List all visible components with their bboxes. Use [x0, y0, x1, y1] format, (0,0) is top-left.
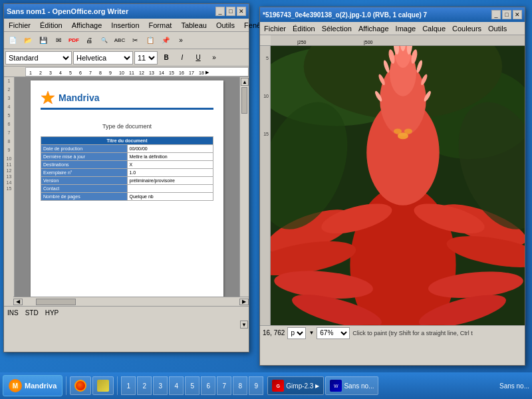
oo-open-button[interactable]: 📂 — [21, 33, 35, 48]
oo-h-scrollbar[interactable]: ◀ ▶ — [13, 297, 249, 306]
oo-menu-outils[interactable]: Outils — [214, 21, 237, 29]
taskbar-num-2[interactable]: 2 — [137, 376, 152, 395]
oo-menu-affichage[interactable]: Affichage — [70, 21, 104, 29]
doc-row-value: 00/00/00 — [127, 145, 213, 153]
svg-point-30 — [394, 128, 402, 134]
oo-style-select[interactable]: Standard — [5, 51, 72, 65]
oo-menu-edition[interactable]: Édition — [38, 21, 65, 29]
gimp-unit-select[interactable]: px — [287, 327, 306, 339]
gimp-menu-image[interactable]: Image — [394, 25, 418, 33]
oo-copy-button[interactable]: 📋 — [143, 33, 158, 48]
gimp-maximize-button[interactable]: □ — [502, 10, 511, 19]
oo-italic-button[interactable]: I — [175, 51, 190, 65]
oo-menu-tableau[interactable]: Tableau — [179, 21, 209, 29]
gimp-close-button[interactable]: ✕ — [513, 10, 522, 19]
gimp-menu-selection[interactable]: Sélection — [321, 25, 353, 33]
taskbar-num-5[interactable]: 5 — [185, 376, 200, 395]
gimp-taskbar-label: Gimp-2.3 — [286, 382, 313, 390]
oo-cut-button[interactable]: ✂ — [128, 33, 142, 48]
oo-new-button[interactable]: 📄 — [5, 33, 20, 48]
start-label: Mandriva — [25, 382, 57, 390]
oo-status-hyp: HYP — [45, 309, 59, 317]
oo-menu-fichier[interactable]: Fichier — [7, 21, 33, 29]
gimp-coordinates: 16, 762 — [263, 329, 285, 336]
oo-print-button[interactable]: 🖨 — [82, 33, 96, 48]
taskbar-num-8[interactable]: 8 — [233, 376, 247, 395]
oo-maximize-button[interactable]: □ — [226, 7, 235, 16]
doc-row-value: 1.0 — [127, 169, 213, 177]
doc-row-label: Version — [41, 177, 128, 185]
gimp-menu-fichier[interactable]: Fichier — [263, 25, 287, 33]
oo-menu-insertion[interactable]: Insertion — [109, 21, 141, 29]
gimp-main-area: 5 10 15 — [260, 46, 525, 325]
gimp-menu-couleurs[interactable]: Couleurs — [451, 25, 483, 33]
oo-save-button[interactable]: 💾 — [36, 33, 51, 48]
gimp-image-content — [271, 46, 525, 325]
oo-menubar: Fichier Édition Affichage Insertion Form… — [4, 19, 249, 32]
taskbar-sansnom-button[interactable]: W Sans no... — [325, 376, 378, 395]
taskbar-num-7[interactable]: 7 — [217, 376, 231, 395]
oo-title: Sans nom1 - OpenOffice.org Writer — [7, 7, 128, 15]
gimp-canvas[interactable] — [271, 46, 525, 325]
oo-page-area[interactable]: Mandriva Type de document Titre du docum… — [15, 77, 239, 297]
oo-font-select[interactable]: Helvetica — [73, 51, 133, 65]
oo-hscroll-thumb[interactable] — [36, 299, 76, 305]
gimp-titlebar[interactable]: *5196743_0e4e390138_o(2).jpg-1.0 (RVB, 1… — [260, 7, 525, 22]
oo-more2-button[interactable]: » — [207, 51, 221, 65]
oo-spell-button[interactable]: ABC — [112, 33, 127, 48]
oo-menu-format[interactable]: Format — [147, 21, 174, 29]
gimp-menubar: Fichier Édition Sélection Affichage Imag… — [260, 22, 525, 35]
doc-row-value — [127, 185, 213, 193]
oo-scroll-thumb[interactable] — [241, 87, 247, 114]
gimp-taskbar-more: ▶ — [315, 383, 319, 389]
oo-preview-button[interactable]: 🔍 — [97, 33, 112, 48]
gimp-ruler-inner: |250 |500 — [271, 35, 525, 46]
oo-status-ins: INS — [7, 309, 19, 317]
mandriva-brand: Mandriva — [59, 92, 99, 103]
taskbar-num-9[interactable]: 9 — [249, 376, 263, 395]
gimp-status-message: Click to paint (try Shift for a straight… — [352, 330, 522, 336]
gimp-taskbar-icon: G — [272, 380, 284, 392]
oo-underline-button[interactable]: U — [191, 51, 205, 65]
gimp-menu-affichage[interactable]: Affichage — [357, 25, 390, 33]
gimp-menu-edition[interactable]: Édition — [291, 25, 317, 33]
oo-minimize-button[interactable]: _ — [215, 7, 225, 16]
taskbar-num-6[interactable]: 6 — [201, 376, 215, 395]
doc-row-label: Contact — [41, 185, 128, 193]
oo-close-button[interactable]: ✕ — [237, 7, 246, 16]
taskbar-num-3[interactable]: 3 — [153, 376, 168, 395]
oo-pdf-button[interactable]: PDF — [66, 33, 81, 48]
oo-paste-button[interactable]: 📌 — [158, 33, 173, 48]
taskbar: M Mandriva 1 2 3 4 5 6 7 8 9 G Gimp-2.3 … — [0, 372, 532, 399]
taskbar-num-1[interactable]: 1 — [121, 376, 136, 395]
oo-size-select[interactable]: 11 — [134, 51, 158, 65]
oo-v-scrollbar[interactable]: ▲ ▼ — [239, 77, 249, 297]
doc-row-label: Exemplaire n° — [41, 169, 128, 177]
oo-bottom-area: ◀ ▶ — [4, 297, 249, 306]
gimp-title: *5196743_0e4e390138_o(2).jpg-1.0 (RVB, 1… — [263, 11, 427, 19]
oo-window-controls: _ □ ✕ — [215, 7, 246, 16]
taskbar-divider1 — [66, 376, 66, 395]
oo-titlebar[interactable]: Sans nom1 - OpenOffice.org Writer _ □ ✕ — [4, 4, 249, 19]
oo-toolbar1: 📄 📂 💾 ✉ PDF 🖨 🔍 ABC ✂ 📋 📌 » — [4, 32, 249, 49]
gimp-minimize-button[interactable]: _ — [491, 10, 501, 19]
taskbar-num-4[interactable]: 4 — [169, 376, 184, 395]
gimp-window: *5196743_0e4e390138_o(2).jpg-1.0 (RVB, 1… — [259, 7, 525, 366]
gimp-h-ruler: |250 |500 — [260, 35, 525, 46]
taskbar-number-buttons: 1 2 3 4 5 6 7 8 9 — [121, 376, 263, 395]
doc-row-value: préliminaire/provisoire — [127, 177, 213, 185]
oo-bold-button[interactable]: B — [159, 51, 174, 65]
oo-page: Mandriva Type de document Titre du docum… — [31, 80, 223, 297]
oo-writer-window: Sans nom1 - OpenOffice.org Writer _ □ ✕ … — [3, 3, 249, 352]
taskbar-gimp-button[interactable]: G Gimp-2.3 ▶ — [267, 376, 324, 395]
gimp-statusbar: 16, 762 px ▼ 67% Click to paint (try Shi… — [260, 325, 525, 340]
oo-v-ruler: 123 456 789 101112 131415 — [4, 77, 15, 297]
gimp-zoom-select[interactable]: 67% — [317, 327, 350, 339]
taskbar-firefox-button[interactable] — [70, 376, 91, 395]
start-button[interactable]: M Mandriva — [3, 375, 63, 396]
taskbar-folder-button[interactable] — [92, 376, 114, 395]
oo-email-button[interactable]: ✉ — [51, 33, 66, 48]
gimp-menu-calque[interactable]: Calque — [421, 25, 447, 33]
oo-more-button[interactable]: » — [174, 33, 188, 48]
gimp-menu-outils[interactable]: Outils — [487, 25, 508, 33]
